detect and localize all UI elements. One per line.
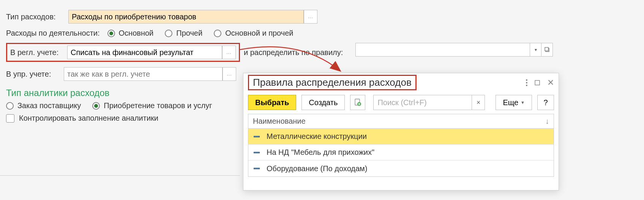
chevron-down-icon: ▼ — [521, 100, 525, 105]
table-row[interactable]: Металлические конструкции — [248, 129, 554, 145]
item-icon — [254, 136, 260, 137]
rule-label: и распределить по правилу: — [244, 48, 343, 57]
more-button[interactable]: Еще ▼ — [496, 95, 532, 110]
radio-label: Прочей — [176, 29, 202, 38]
analytics-radio-purchase[interactable]: Приобретение товаров и услуг — [92, 101, 212, 110]
svg-rect-1 — [545, 47, 548, 51]
rule-open-button[interactable] — [541, 43, 553, 57]
radio-icon — [6, 102, 14, 110]
row-label: На НД "Мебель для прихожих" — [267, 148, 374, 157]
radio-label: Основной и прочей — [225, 29, 293, 38]
radio-label: Заказ поставщику — [17, 101, 81, 110]
item-icon — [254, 168, 260, 169]
activity-radio-main[interactable]: Основной — [107, 29, 154, 38]
radio-icon — [214, 30, 221, 37]
table-row[interactable]: На НД "Мебель для прихожих" — [248, 145, 554, 161]
help-button[interactable]: ? — [537, 95, 554, 110]
control-analytics-label: Контролировать заполнение аналитики — [19, 114, 158, 123]
expense-type-picker-button[interactable]: ... — [304, 10, 317, 24]
open-icon — [545, 47, 550, 52]
maximize-icon[interactable] — [534, 77, 540, 88]
create-copy-button[interactable] — [350, 95, 365, 110]
reg-account-label: В регл. учете: — [10, 48, 67, 57]
table-row[interactable]: Оборудование (По доходам) — [248, 161, 554, 176]
reg-account-highlight: В регл. учете: ... — [6, 43, 240, 62]
rule-dropdown-button[interactable]: ▾ — [530, 43, 541, 57]
activity-label: Расходы по деятельности: — [6, 29, 100, 38]
mgmt-account-picker-button[interactable]: ... — [223, 67, 236, 81]
radio-label: Приобретение товаров и услуг — [104, 101, 212, 110]
close-icon[interactable]: ✕ — [547, 78, 554, 88]
reg-account-input[interactable] — [67, 46, 222, 59]
control-analytics-checkbox[interactable] — [6, 114, 14, 123]
search-input[interactable] — [373, 95, 472, 110]
select-button[interactable]: Выбрать — [248, 95, 296, 110]
analytics-radio-order[interactable]: Заказ поставщику — [6, 101, 81, 110]
mgmt-account-input[interactable] — [64, 67, 223, 81]
reg-account-picker-button[interactable]: ... — [222, 46, 236, 59]
expense-type-input[interactable] — [68, 10, 304, 24]
search-clear-button[interactable]: × — [472, 95, 485, 110]
radio-icon — [165, 30, 172, 37]
radio-icon — [92, 102, 100, 110]
popup-title: Правила распределения расходов — [253, 77, 412, 88]
popup-title-highlight: Правила распределения расходов — [248, 75, 417, 90]
kebab-icon[interactable] — [526, 79, 527, 86]
activity-radio-other[interactable]: Прочей — [165, 29, 202, 38]
divider — [0, 175, 240, 176]
radio-label: Основной — [119, 29, 154, 38]
activity-radio-both[interactable]: Основной и прочей — [214, 29, 293, 38]
document-plus-icon — [354, 98, 362, 107]
svg-rect-2 — [535, 80, 540, 85]
expense-type-label: Тип расходов: — [6, 13, 68, 21]
row-label: Оборудование (По доходам) — [267, 164, 368, 173]
row-label: Металлические конструкции — [267, 132, 367, 141]
rules-popup: Правила распределения расходов ✕ Выбрать… — [243, 73, 559, 191]
create-button[interactable]: Создать — [301, 95, 345, 110]
radio-icon — [107, 30, 115, 37]
column-header-name: Наименование — [253, 117, 306, 126]
more-label: Еще — [503, 98, 518, 107]
mgmt-account-label: В упр. учете: — [6, 70, 64, 79]
sort-arrow-icon: ↓ — [545, 117, 549, 126]
item-icon — [254, 152, 260, 153]
table-header[interactable]: Наименование ↓ — [248, 114, 554, 129]
rule-input[interactable] — [355, 43, 530, 57]
